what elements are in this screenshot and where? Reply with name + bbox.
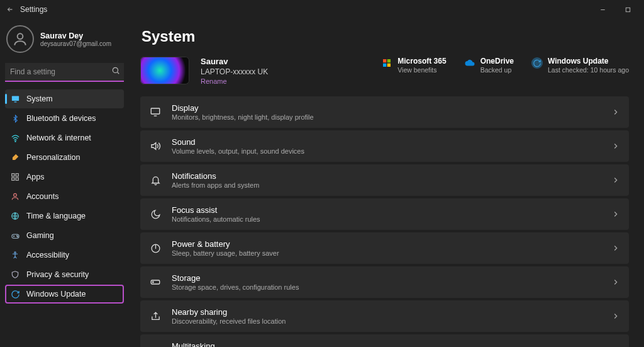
sidebar-item-label: System — [26, 94, 53, 103]
accessibility-icon — [10, 250, 20, 260]
card-display[interactable]: DisplayMonitors, brightness, night light… — [140, 96, 629, 128]
card-subtitle: Discoverability, received files location — [172, 317, 286, 325]
sidebar-item-label: Bluetooth & devices — [26, 114, 96, 123]
card-focus-assist[interactable]: Focus assistNotifications, automatic rul… — [140, 198, 629, 230]
status-label: Microsoft 365 — [397, 57, 446, 65]
card-subtitle: Notifications, automatic rules — [172, 215, 260, 223]
search-input[interactable] — [5, 63, 124, 82]
page-title: System — [142, 28, 629, 45]
card-title: Power & battery — [172, 239, 279, 249]
sidebar: Saurav Dey deysaurav07@gmail.com SystemB… — [0, 19, 129, 347]
rename-link[interactable]: Rename — [201, 77, 268, 85]
svg-rect-3 — [11, 96, 18, 101]
display-icon — [149, 106, 162, 118]
chevron-right-icon — [611, 108, 620, 117]
card-notifications[interactable]: NotificationsAlerts from apps and system — [140, 164, 629, 196]
device-name: Saurav — [201, 57, 268, 66]
sidebar-item-accessibility[interactable]: Accessibility — [5, 246, 124, 265]
svg-rect-18 — [383, 64, 386, 67]
svg-rect-7 — [16, 174, 18, 176]
card-subtitle: Sleep, battery usage, battery saver — [172, 249, 279, 257]
minimize-button[interactable] — [590, 1, 615, 18]
wifi-icon — [10, 133, 20, 143]
sidebar-item-system[interactable]: System — [5, 89, 124, 108]
sidebar-item-label: Accounts — [26, 192, 58, 201]
card-title: Nearby sharing — [172, 307, 286, 317]
main-content: System Saurav LAPTOP-xxxxxx UK Rename Mi… — [129, 19, 644, 347]
onedrive-icon — [464, 57, 475, 69]
update-icon — [10, 289, 20, 299]
card-multitasking[interactable]: MultitaskingSnap windows, desktops, task… — [140, 334, 629, 347]
card-title: Display — [172, 103, 314, 113]
settings-card-list: DisplayMonitors, brightness, night light… — [140, 96, 629, 347]
status-sublabel: Backed up — [480, 66, 514, 74]
card-subtitle: Storage space, drives, configuration rul… — [172, 283, 299, 291]
svg-rect-8 — [12, 178, 14, 180]
profile-block[interactable]: Saurav Dey deysaurav07@gmail.com — [5, 23, 124, 59]
svg-rect-6 — [12, 174, 14, 176]
globe-icon — [10, 211, 20, 221]
sidebar-item-bluetooth-devices[interactable]: Bluetooth & devices — [5, 109, 124, 128]
svg-point-15 — [14, 252, 16, 253]
status-sublabel: Last checked: 10 hours ago — [548, 66, 629, 74]
gamepad-icon — [10, 230, 20, 241]
back-button[interactable] — [4, 3, 16, 16]
card-power-battery[interactable]: Power & batterySleep, battery usage, bat… — [140, 232, 629, 264]
svg-rect-19 — [387, 64, 391, 67]
sidebar-item-network-internet[interactable]: Network & internet — [5, 128, 124, 147]
card-title: Focus assist — [172, 205, 260, 215]
sidebar-nav: SystemBluetooth & devicesNetwork & inter… — [5, 89, 124, 304]
sidebar-item-label: Windows Update — [26, 290, 86, 299]
device-row: Saurav LAPTOP-xxxxxx UK Rename Microsoft… — [140, 57, 629, 85]
svg-rect-16 — [383, 59, 386, 62]
svg-rect-0 — [626, 8, 630, 11]
sound-icon — [149, 140, 162, 152]
paintbrush-icon — [10, 152, 20, 162]
chevron-right-icon — [611, 210, 620, 219]
sidebar-item-time-language[interactable]: Time & language — [5, 207, 124, 225]
power-icon — [149, 242, 162, 254]
chevron-right-icon — [611, 278, 620, 287]
svg-point-2 — [113, 67, 118, 72]
card-sound[interactable]: SoundVolume levels, output, input, sound… — [140, 130, 629, 162]
svg-rect-20 — [151, 108, 160, 114]
sidebar-item-accounts[interactable]: Accounts — [5, 187, 124, 206]
sidebar-item-windows-update[interactable]: Windows Update — [5, 285, 124, 304]
status-microsoft-365[interactable]: Microsoft 365View benefits — [381, 57, 446, 74]
card-storage[interactable]: StorageStorage space, drives, configurat… — [140, 266, 629, 298]
profile-email: deysaurav07@gmail.com — [40, 40, 111, 47]
device-model: LAPTOP-xxxxxx UK — [201, 67, 268, 76]
chevron-right-icon — [611, 176, 620, 185]
update-icon — [531, 57, 543, 69]
sidebar-item-label: Gaming — [26, 231, 54, 240]
status-label: Windows Update — [548, 57, 629, 65]
ms365-icon — [381, 57, 392, 69]
shield-icon — [10, 270, 20, 280]
user-icon — [10, 191, 20, 202]
apps-icon — [10, 172, 20, 182]
sidebar-item-label: Time & language — [26, 212, 86, 220]
status-sublabel: View benefits — [397, 66, 446, 74]
card-title: Notifications — [172, 171, 259, 181]
sidebar-item-apps[interactable]: Apps — [5, 168, 124, 186]
bluetooth-icon — [10, 113, 20, 123]
share-icon — [149, 310, 162, 322]
search-icon — [111, 66, 120, 75]
svg-point-1 — [18, 33, 23, 39]
status-label: OneDrive — [480, 57, 514, 65]
profile-name: Saurav Dey — [40, 31, 111, 40]
status-onedrive[interactable]: OneDriveBacked up — [464, 57, 514, 74]
sidebar-item-privacy-security[interactable]: Privacy & security — [5, 265, 124, 284]
status-windows-update[interactable]: Windows UpdateLast checked: 10 hours ago — [531, 57, 629, 74]
sidebar-item-label: Privacy & security — [26, 270, 89, 279]
sidebar-item-personalization[interactable]: Personalization — [5, 148, 124, 167]
multitask-icon — [149, 344, 162, 347]
maximize-button[interactable] — [615, 1, 640, 18]
card-nearby-sharing[interactable]: Nearby sharingDiscoverability, received … — [140, 300, 629, 332]
sidebar-item-gaming[interactable]: Gaming — [5, 226, 124, 245]
chevron-right-icon — [611, 244, 620, 253]
moon-icon — [149, 208, 162, 220]
svg-rect-17 — [387, 59, 391, 62]
device-thumbnail[interactable] — [140, 57, 189, 84]
window-title: Settings — [20, 5, 47, 14]
